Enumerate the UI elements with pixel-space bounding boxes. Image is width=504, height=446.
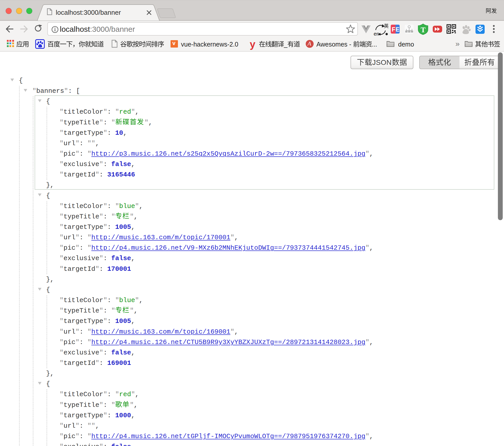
svg-text:en: en: [374, 31, 379, 37]
svg-text:F: F: [392, 26, 395, 33]
svg-text:T: T: [421, 26, 426, 34]
svg-text:E: E: [396, 26, 399, 33]
